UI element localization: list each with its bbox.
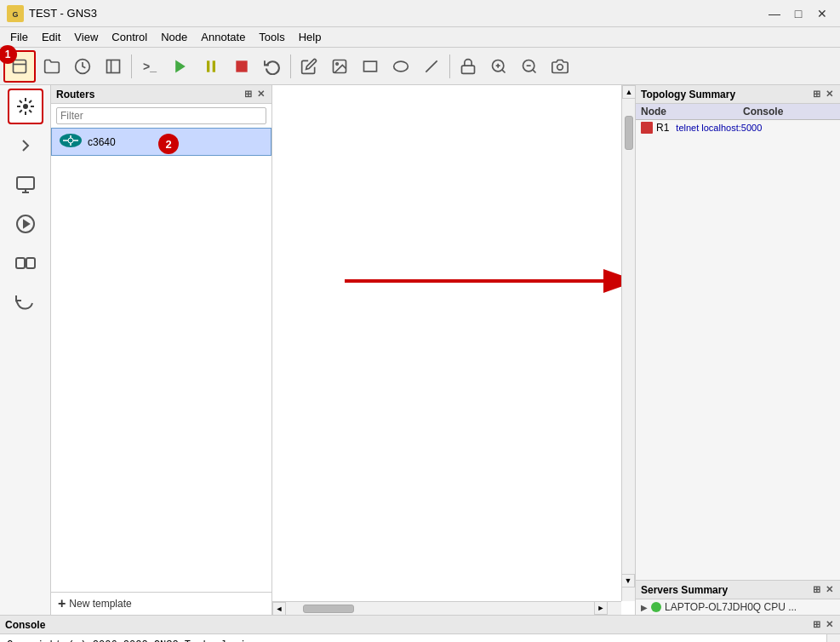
svg-rect-26 <box>17 177 34 189</box>
image-button[interactable] <box>325 52 354 81</box>
open-button[interactable] <box>37 52 66 81</box>
menu-annotate[interactable]: Annotate <box>194 29 252 45</box>
topology-summary-panel: Topology Summary ⊞ ✕ Node Console R1 tel… <box>636 85 840 581</box>
topology-header-controls: ⊞ ✕ <box>811 89 835 100</box>
ellipse-button[interactable] <box>386 52 415 81</box>
main-area: Routers ⊞ ✕ c3640 2 <box>0 85 840 615</box>
scroll-right-button[interactable]: ► <box>594 601 608 615</box>
new-template-button[interactable]: + New template <box>51 592 271 615</box>
svg-marker-7 <box>175 60 186 72</box>
svg-rect-31 <box>16 258 25 268</box>
lock-button[interactable] <box>454 52 483 81</box>
panel-restore-btn[interactable]: ⊞ <box>243 89 254 100</box>
svg-rect-10 <box>236 60 247 72</box>
console-output: Copyright (c) 2006-2023 GNS3 Technologie… <box>0 634 826 642</box>
separator2 <box>290 54 291 78</box>
toolbar: 1 >_ <box>0 48 840 85</box>
minimize-button[interactable]: — <box>763 5 786 22</box>
servers-header-controls: ⊞ ✕ <box>811 584 835 595</box>
svg-point-24 <box>557 64 563 70</box>
svg-point-14 <box>394 61 409 72</box>
maximize-button[interactable]: □ <box>787 5 809 22</box>
scroll-up-button[interactable]: ▲ <box>622 85 636 99</box>
stop-button[interactable] <box>227 52 256 81</box>
camera-button[interactable] <box>546 52 574 81</box>
console-line-1: Copyright (c) 2006-2023 GNS3 Technologie… <box>7 638 820 642</box>
separator1 <box>131 54 132 78</box>
canvas-area[interactable]: R1 <box>272 85 636 615</box>
topo-col-node: Node <box>636 104 738 119</box>
canvas-horizontal-scrollbar[interactable]: ◄ ► <box>272 601 621 615</box>
menu-file[interactable]: File <box>3 29 35 45</box>
menu-node[interactable]: Node <box>154 29 194 45</box>
menu-control[interactable]: Control <box>105 29 154 45</box>
menu-tools[interactable]: Tools <box>252 29 291 45</box>
canvas-vertical-scrollbar[interactable]: ▲ ▼ <box>621 85 635 601</box>
console-header-controls: ⊞ ✕ <box>811 619 835 630</box>
sidebar-undo-tool[interactable] <box>8 284 43 320</box>
sidebar-play-tool[interactable] <box>8 206 43 242</box>
sidebar-select-tool[interactable] <box>8 128 43 163</box>
servers-close-btn[interactable]: ✕ <box>824 584 835 595</box>
panel-header-controls: ⊞ ✕ <box>243 89 266 100</box>
router-item-c3640[interactable]: c3640 2 <box>51 128 271 156</box>
screenshot-button[interactable] <box>99 52 128 81</box>
svg-rect-13 <box>364 61 377 72</box>
svg-rect-8 <box>207 60 209 72</box>
topology-summary-title: Topology Summary <box>641 89 735 100</box>
topology-restore-btn[interactable]: ⊞ <box>811 89 822 100</box>
router-filter-input[interactable] <box>56 107 266 124</box>
svg-rect-5 <box>107 60 120 72</box>
console-header: Console ⊞ ✕ <box>0 616 840 634</box>
server-status-indicator <box>651 602 661 612</box>
topo-console-value: telnet localhost:5000 <box>676 123 762 133</box>
servers-summary-title: Servers Summary <box>641 584 728 596</box>
console-close-btn[interactable]: ✕ <box>824 619 835 630</box>
server-row-laptop[interactable]: ▶ LAPTOP-OL7JDH0Q CPU ... <box>636 599 840 615</box>
servers-restore-btn[interactable]: ⊞ <box>811 584 822 595</box>
panel-close-btn[interactable]: ✕ <box>255 89 266 100</box>
sidebar-link-tool[interactable] <box>8 245 43 281</box>
menu-view[interactable]: View <box>67 29 105 45</box>
menubar: File Edit View Control Node Annotate Too… <box>0 27 840 48</box>
svg-line-22 <box>533 69 536 72</box>
line-button[interactable] <box>417 52 446 81</box>
rectangle-button[interactable] <box>356 52 385 81</box>
reload-button[interactable] <box>258 52 287 81</box>
server-label: LAPTOP-OL7JDH0Q CPU ... <box>665 601 797 613</box>
svg-point-37 <box>68 138 73 143</box>
svg-text:G: G <box>12 10 18 19</box>
zoom-out-button[interactable] <box>515 52 544 81</box>
servers-summary-header: Servers Summary ⊞ ✕ <box>636 581 840 599</box>
menu-help[interactable]: Help <box>292 29 329 45</box>
new-project-button[interactable]: 1 <box>3 50 36 83</box>
zoom-in-button[interactable] <box>484 52 513 81</box>
console-scrollbar[interactable] <box>826 634 840 642</box>
separator3 <box>449 54 450 78</box>
console-restore-btn[interactable]: ⊞ <box>811 619 822 630</box>
scroll-thumb-h[interactable] <box>303 605 354 613</box>
svg-rect-16 <box>462 66 475 73</box>
terminal-button[interactable]: >_ <box>135 52 164 81</box>
scroll-thumb-v[interactable] <box>625 116 633 150</box>
edit-node-button[interactable] <box>294 52 323 81</box>
pause-button[interactable] <box>197 52 226 81</box>
topology-row-r1[interactable]: R1 telnet localhost:5000 <box>636 120 840 135</box>
window-title: TEST - GNS3 <box>29 7 763 20</box>
left-sidebar <box>0 85 51 615</box>
new-template-label: New template <box>69 598 131 610</box>
sidebar-device-tool[interactable] <box>8 167 43 203</box>
sidebar-move-tool[interactable] <box>8 89 43 124</box>
scroll-left-button[interactable]: ◄ <box>272 602 286 616</box>
scroll-down-button[interactable]: ▼ <box>621 574 635 588</box>
server-expand-icon[interactable]: ▶ <box>641 603 648 612</box>
routers-panel: Routers ⊞ ✕ c3640 2 <box>51 85 272 615</box>
badge2: 2 <box>158 134 179 154</box>
svg-rect-2 <box>14 60 26 72</box>
menu-edit[interactable]: Edit <box>35 29 67 45</box>
start-button[interactable] <box>166 52 195 81</box>
history-button[interactable] <box>68 52 97 81</box>
topology-close-btn[interactable]: ✕ <box>824 89 835 100</box>
close-button[interactable]: ✕ <box>811 5 833 22</box>
svg-point-12 <box>336 62 339 65</box>
